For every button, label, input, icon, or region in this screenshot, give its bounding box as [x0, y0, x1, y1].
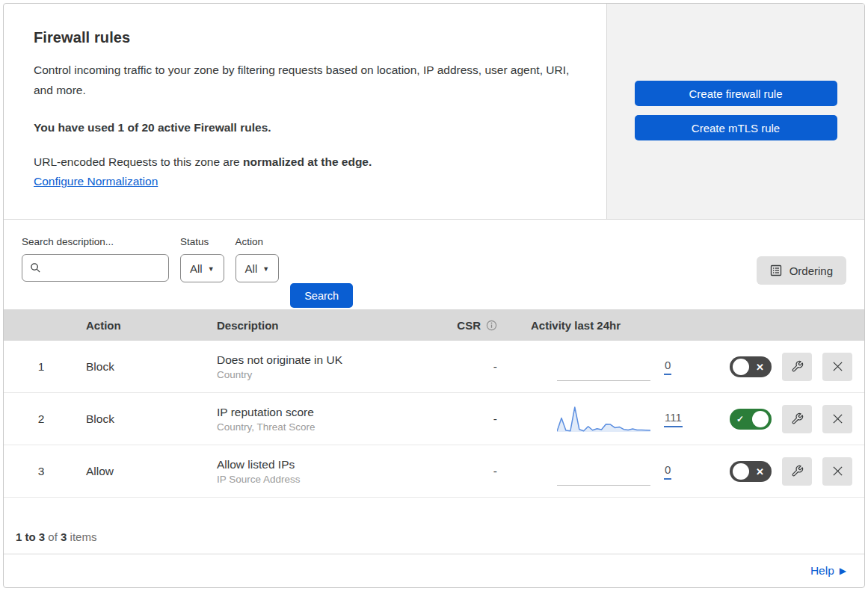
usage-note: You have used 1 of 20 active Firewall ru…: [34, 121, 576, 134]
help-row: Help ▶: [4, 554, 864, 587]
search-input[interactable]: [47, 262, 161, 274]
rule-activity-cell: 0: [520, 353, 692, 381]
toggle-knob: [733, 463, 749, 480]
delete-rule-button[interactable]: [822, 457, 852, 486]
rule-description: IP reputation score: [217, 406, 437, 419]
action-label: Action: [236, 236, 280, 247]
description-column-header: Description: [209, 319, 437, 332]
csr-header-label: CSR: [457, 319, 481, 332]
filter-bar: Search description... Status All ▼ Actio…: [4, 220, 864, 309]
edit-rule-button[interactable]: [782, 457, 812, 486]
rule-priority: 2: [4, 412, 79, 426]
activity-column-header: Activity last 24hr: [520, 319, 692, 332]
status-filter-group: Status All ▼: [180, 236, 224, 309]
items-of: of: [45, 530, 61, 543]
close-icon: [832, 361, 843, 372]
rule-action: Block: [79, 360, 209, 374]
status-dropdown[interactable]: All ▼: [180, 254, 224, 282]
rule-enabled-toggle[interactable]: ✓: [730, 409, 772, 430]
close-icon: [832, 465, 843, 477]
search-icon: [30, 262, 41, 273]
close-icon: [832, 413, 843, 424]
items-range: 1 to 3: [16, 530, 45, 543]
chevron-down-icon: ▼: [208, 265, 215, 273]
action-dropdown[interactable]: All ▼: [236, 254, 280, 282]
edit-rule-button[interactable]: [782, 353, 812, 381]
ordering-button[interactable]: Ordering: [757, 256, 846, 285]
create-firewall-rule-button[interactable]: Create firewall rule: [635, 81, 837, 106]
configure-normalization-link[interactable]: Configure Normalization: [34, 175, 158, 188]
normalization-note: URL-encoded Requests to this zone are no…: [34, 155, 576, 169]
rule-controls: ✕: [692, 353, 864, 381]
table-row: 1 Block Does not originate in UK Country…: [4, 341, 864, 393]
activity-count-link[interactable]: 111: [664, 411, 683, 427]
activity-count-link[interactable]: 0: [664, 463, 671, 480]
rule-csr-value: -: [437, 360, 520, 374]
rule-controls: ✓: [692, 405, 864, 433]
page-description: Control incoming traffic to your zone by…: [34, 60, 572, 100]
rule-description-cell: Does not originate in UK Country: [209, 353, 437, 380]
ordering-button-label: Ordering: [789, 264, 833, 277]
rule-action: Allow: [79, 465, 209, 478]
create-mtls-rule-button[interactable]: Create mTLS rule: [635, 115, 837, 140]
ordering-list-icon: [770, 264, 782, 276]
toggle-off-x-icon: ✕: [756, 361, 764, 372]
normalization-bold: normalized at the edge.: [243, 155, 372, 168]
wrench-icon: [791, 465, 804, 477]
status-dropdown-value: All: [190, 262, 203, 275]
csr-column-header: CSR: [437, 319, 520, 332]
activity-sparkline-flat: [557, 457, 650, 486]
rule-controls: ✕: [692, 457, 864, 486]
items-word: items: [67, 530, 96, 543]
search-input-wrapper[interactable]: [22, 254, 169, 282]
wrench-icon: [791, 360, 804, 373]
rule-fields: IP Source Address: [217, 474, 437, 485]
pagination-summary: 1 to 3 of 3 items: [4, 498, 864, 554]
toggle-knob: [733, 359, 749, 375]
arrow-right-icon: ▶: [840, 566, 846, 576]
search-group: Search description...: [22, 236, 169, 309]
delete-rule-button[interactable]: [822, 353, 852, 381]
rule-priority: 1: [4, 360, 79, 374]
action-column-header: Action: [79, 319, 209, 332]
header-text-block: Firewall rules Control incoming traffic …: [4, 4, 606, 219]
search-label: Search description...: [22, 236, 169, 247]
rule-fields: Country, Threat Score: [217, 421, 437, 433]
status-label: Status: [180, 236, 224, 247]
action-filter-group: Action All ▼: [236, 236, 280, 309]
activity-sparkline: [557, 405, 650, 433]
activity-sparkline-flat: [557, 353, 650, 381]
rule-description-cell: Allow listed IPs IP Source Address: [209, 458, 437, 485]
rule-fields: Country: [217, 369, 437, 380]
rule-activity-cell: 0: [520, 457, 692, 486]
help-link-label: Help: [810, 564, 834, 578]
actions-panel: Create firewall rule Create mTLS rule: [606, 4, 864, 219]
toggle-on-check-icon: ✓: [736, 414, 744, 424]
rule-enabled-toggle[interactable]: ✕: [730, 356, 772, 377]
edit-rule-button[interactable]: [782, 405, 812, 433]
toggle-knob: [752, 411, 769, 427]
info-icon[interactable]: [486, 320, 497, 331]
chevron-down-icon: ▼: [262, 265, 269, 273]
table-row: 3 Allow Allow listed IPs IP Source Addre…: [4, 445, 864, 498]
action-dropdown-value: All: [245, 262, 258, 275]
activity-count-link[interactable]: 0: [664, 359, 671, 375]
rule-csr-value: -: [437, 412, 520, 426]
toggle-off-x-icon: ✕: [756, 465, 764, 477]
rule-action: Block: [79, 412, 209, 426]
normalization-prefix: URL-encoded Requests to this zone are: [34, 155, 243, 168]
help-link[interactable]: Help ▶: [810, 564, 846, 578]
rule-description: Does not originate in UK: [217, 353, 437, 367]
page-title: Firewall rules: [34, 29, 576, 46]
wrench-icon: [791, 412, 804, 425]
header-section: Firewall rules Control incoming traffic …: [4, 4, 864, 220]
rule-enabled-toggle[interactable]: ✕: [730, 461, 772, 482]
search-button[interactable]: Search: [290, 283, 353, 308]
rule-description: Allow listed IPs: [217, 458, 437, 471]
table-row: 2 Block IP reputation score Country, Thr…: [4, 393, 864, 445]
rule-csr-value: -: [437, 465, 520, 478]
rule-description-cell: IP reputation score Country, Threat Scor…: [209, 406, 437, 433]
rule-activity-cell: 111: [520, 405, 692, 433]
delete-rule-button[interactable]: [822, 405, 852, 433]
firewall-rules-card: Firewall rules Control incoming traffic …: [3, 3, 865, 588]
